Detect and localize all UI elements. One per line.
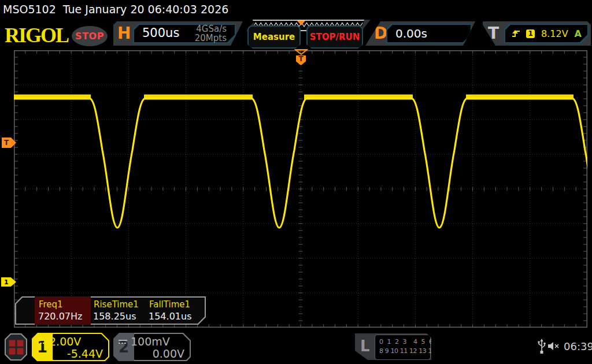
grid-display-icon [9,340,23,354]
usb-icon [537,339,546,355]
trigger-level-value: 8.12V [541,28,568,39]
measurement-risetime1[interactable]: RiseTime1 158.25us [91,296,146,325]
graticule-and-trace [14,50,587,328]
trigger-settings[interactable]: T 1 8.12V A [483,21,591,46]
channel-1-offset: -5.44V [67,347,103,360]
delay-box[interactable]: 0.00s [386,24,472,43]
memory-depth: 20Mpts [195,34,227,43]
acquisition-status-label: STOP [75,31,104,42]
oscilloscope-screen: MSO5102 Tue January 20 06:40:03 2026 RIG… [0,0,592,364]
logic-channels-box: 0 1 2 3 4 5 6 7 8 9 10 11 12 13 14 15 [375,335,431,360]
channel-1-tab[interactable]: 1 2.00V -5.44V [32,333,109,361]
stop-run-button[interactable]: STOP/RUN [306,25,363,49]
timebase-value: 500us [142,26,179,40]
logic-analyzer-tab[interactable]: L 0 1 2 3 4 5 6 7 8 9 10 11 12 13 14 15 [355,333,431,360]
measurement-falltime1[interactable]: FallTime1 154.01us [146,296,202,325]
logic-channels-row1: 0 1 2 3 4 5 6 7 [379,338,442,346]
channel-2-tab[interactable]: 2 100mV 0.00V [113,333,191,361]
overview-position-marker-icon[interactable] [297,21,305,25]
measurement-label: FallTime1 [149,299,190,310]
channel-1-scale: 2.00V [49,335,81,348]
trigger-source-badge: 1 [526,29,535,38]
acquisition-status-badge: STOP [72,26,108,46]
clock: 06:39 [564,340,592,352]
horizontal-settings[interactable]: H 500us 4GSa/s 20Mpts [113,21,243,46]
quick-access-button[interactable] [5,333,27,361]
measurement-label: Freq1 [39,299,63,310]
measure-button[interactable]: Measure [247,25,301,49]
rigol-logo: RIGOL [5,23,68,47]
measurement-value: 158.25us [93,311,136,322]
title-bar: MSO5102 Tue January 20 06:40:03 2026 [3,3,228,16]
measurement-freq1[interactable]: Freq1 720.07Hz [35,296,91,325]
sample-rate: 4GSa/s [195,24,227,34]
channel-2-offset: 0.00V [153,347,184,360]
waveform-display-area[interactable] [14,50,587,328]
measurement-label: RiseTime1 [94,299,139,310]
trigger-box[interactable]: 1 8.12V A [504,24,589,43]
measure-button-label: Measure [253,32,295,42]
speaker-muted-icon [547,341,561,351]
trigger-position-outline-icon[interactable] [294,49,308,55]
timebase-box[interactable]: 500us 4GSa/s 20Mpts [133,24,236,43]
delay-label: D [374,24,387,43]
measurement-value: 720.07Hz [38,311,82,322]
measurement-panel[interactable]: Freq1 720.07Hz RiseTime1 158.25us FallTi… [15,296,206,325]
delay-value: 0.00s [395,27,427,40]
logic-analyzer-label: L [360,337,370,355]
channel-2-scale: 100mV [131,335,170,348]
trigger-label: T [488,24,499,43]
stop-run-button-label: STOP/RUN [310,32,360,42]
horizontal-label: H [117,24,131,43]
trigger-mode: A [575,28,582,39]
trigger-slope-rising-icon [511,29,520,38]
dc-coupling-icon [37,340,46,344]
dc-coupling-icon [119,340,127,344]
logic-channels-row2: 8 9 10 11 12 13 14 15 [379,347,445,355]
measurement-value: 154.01us [149,311,191,322]
delay-settings[interactable]: D 0.00s [365,21,475,46]
